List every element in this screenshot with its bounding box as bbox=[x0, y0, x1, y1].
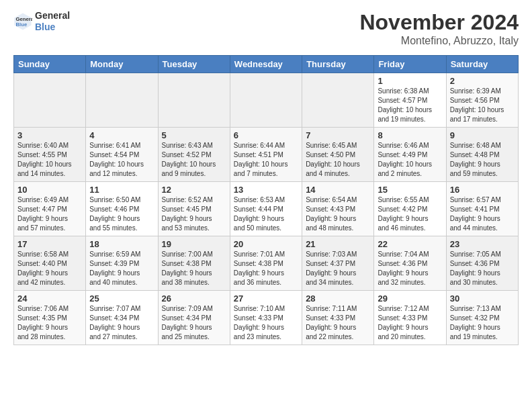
col-tuesday: Tuesday bbox=[158, 56, 230, 73]
page-header: General Blue General Blue November 2024 … bbox=[13, 10, 519, 47]
day-info: Sunrise: 7:06 AM Sunset: 4:35 PM Dayligh… bbox=[17, 304, 82, 342]
day-info: Sunrise: 6:54 AM Sunset: 4:43 PM Dayligh… bbox=[306, 195, 370, 233]
page-container: General Blue General Blue November 2024 … bbox=[0, 0, 532, 352]
title-section: November 2024 Montefino, Abruzzo, Italy bbox=[359, 10, 519, 47]
day-number: 4 bbox=[89, 130, 154, 140]
calendar-header-row: Sunday Monday Tuesday Wednesday Thursday… bbox=[14, 56, 519, 73]
day-number: 25 bbox=[89, 293, 154, 304]
day-number: 22 bbox=[378, 239, 442, 249]
logo-general: General bbox=[35, 10, 70, 21]
day-info: Sunrise: 6:45 AM Sunset: 4:50 PM Dayligh… bbox=[306, 141, 370, 179]
day-info: Sunrise: 7:01 AM Sunset: 4:38 PM Dayligh… bbox=[234, 250, 298, 287]
day-info: Sunrise: 7:04 AM Sunset: 4:36 PM Dayligh… bbox=[378, 250, 442, 287]
day-number: 18 bbox=[89, 239, 154, 249]
day-info: Sunrise: 6:58 AM Sunset: 4:40 PM Dayligh… bbox=[17, 250, 82, 287]
table-row: 9Sunrise: 6:48 AM Sunset: 4:48 PM Daylig… bbox=[446, 128, 518, 182]
table-row: 21Sunrise: 7:03 AM Sunset: 4:37 PM Dayli… bbox=[302, 236, 374, 291]
logo-blue: Blue bbox=[35, 21, 55, 32]
col-friday: Friday bbox=[374, 56, 446, 73]
day-info: Sunrise: 6:57 AM Sunset: 4:41 PM Dayligh… bbox=[450, 195, 515, 233]
table-row: 15Sunrise: 6:55 AM Sunset: 4:42 PM Dayli… bbox=[374, 182, 446, 236]
table-row: 29Sunrise: 7:12 AM Sunset: 4:33 PM Dayli… bbox=[374, 291, 446, 345]
table-row: 16Sunrise: 6:57 AM Sunset: 4:41 PM Dayli… bbox=[446, 182, 518, 236]
day-info: Sunrise: 6:43 AM Sunset: 4:52 PM Dayligh… bbox=[162, 141, 226, 179]
calendar-week-row: 3Sunrise: 6:40 AM Sunset: 4:55 PM Daylig… bbox=[14, 128, 519, 182]
day-number: 9 bbox=[450, 130, 515, 140]
table-row: 22Sunrise: 7:04 AM Sunset: 4:36 PM Dayli… bbox=[374, 236, 446, 291]
table-row: 26Sunrise: 7:09 AM Sunset: 4:34 PM Dayli… bbox=[158, 291, 230, 345]
day-info: Sunrise: 6:53 AM Sunset: 4:44 PM Dayligh… bbox=[234, 195, 298, 233]
table-row: 2Sunrise: 6:39 AM Sunset: 4:56 PM Daylig… bbox=[446, 73, 518, 128]
logo: General Blue General Blue bbox=[13, 10, 70, 33]
calendar-week-row: 1Sunrise: 6:38 AM Sunset: 4:57 PM Daylig… bbox=[14, 73, 519, 128]
day-number: 5 bbox=[162, 130, 226, 140]
svg-text:Blue: Blue bbox=[16, 21, 28, 28]
day-number: 8 bbox=[378, 130, 442, 140]
table-row bbox=[230, 73, 302, 128]
table-row: 20Sunrise: 7:01 AM Sunset: 4:38 PM Dayli… bbox=[230, 236, 302, 291]
day-number: 10 bbox=[17, 185, 82, 195]
day-info: Sunrise: 7:10 AM Sunset: 4:33 PM Dayligh… bbox=[234, 304, 298, 342]
day-number: 23 bbox=[450, 239, 515, 249]
table-row: 10Sunrise: 6:49 AM Sunset: 4:47 PM Dayli… bbox=[14, 182, 86, 236]
table-row bbox=[86, 73, 158, 128]
day-info: Sunrise: 6:50 AM Sunset: 4:46 PM Dayligh… bbox=[89, 195, 154, 233]
table-row: 23Sunrise: 7:05 AM Sunset: 4:36 PM Dayli… bbox=[446, 236, 518, 291]
table-row bbox=[302, 73, 374, 128]
table-row: 6Sunrise: 6:44 AM Sunset: 4:51 PM Daylig… bbox=[230, 128, 302, 182]
day-info: Sunrise: 7:09 AM Sunset: 4:34 PM Dayligh… bbox=[162, 304, 226, 342]
table-row: 7Sunrise: 6:45 AM Sunset: 4:50 PM Daylig… bbox=[302, 128, 374, 182]
table-row: 27Sunrise: 7:10 AM Sunset: 4:33 PM Dayli… bbox=[230, 291, 302, 345]
day-number: 29 bbox=[378, 293, 442, 304]
day-info: Sunrise: 7:13 AM Sunset: 4:32 PM Dayligh… bbox=[450, 304, 515, 342]
day-info: Sunrise: 7:11 AM Sunset: 4:33 PM Dayligh… bbox=[306, 304, 370, 342]
day-number: 20 bbox=[234, 239, 298, 249]
col-thursday: Thursday bbox=[302, 56, 374, 73]
table-row: 13Sunrise: 6:53 AM Sunset: 4:44 PM Dayli… bbox=[230, 182, 302, 236]
logo-icon: General Blue bbox=[13, 12, 32, 31]
day-number: 2 bbox=[450, 76, 515, 86]
day-number: 24 bbox=[17, 293, 82, 304]
day-number: 12 bbox=[162, 185, 226, 195]
day-info: Sunrise: 6:55 AM Sunset: 4:42 PM Dayligh… bbox=[378, 195, 442, 233]
table-row: 19Sunrise: 7:00 AM Sunset: 4:38 PM Dayli… bbox=[158, 236, 230, 291]
location-subtitle: Montefino, Abruzzo, Italy bbox=[359, 35, 519, 47]
day-number: 28 bbox=[306, 293, 370, 304]
day-info: Sunrise: 6:38 AM Sunset: 4:57 PM Dayligh… bbox=[378, 87, 442, 124]
day-info: Sunrise: 7:03 AM Sunset: 4:37 PM Dayligh… bbox=[306, 250, 370, 287]
day-info: Sunrise: 6:52 AM Sunset: 4:45 PM Dayligh… bbox=[162, 195, 226, 233]
table-row: 11Sunrise: 6:50 AM Sunset: 4:46 PM Dayli… bbox=[86, 182, 158, 236]
calendar-table: Sunday Monday Tuesday Wednesday Thursday… bbox=[13, 55, 519, 345]
table-row: 24Sunrise: 7:06 AM Sunset: 4:35 PM Dayli… bbox=[14, 291, 86, 345]
day-info: Sunrise: 6:49 AM Sunset: 4:47 PM Dayligh… bbox=[17, 195, 82, 233]
day-info: Sunrise: 7:05 AM Sunset: 4:36 PM Dayligh… bbox=[450, 250, 515, 287]
calendar-week-row: 24Sunrise: 7:06 AM Sunset: 4:35 PM Dayli… bbox=[14, 291, 519, 345]
table-row: 8Sunrise: 6:46 AM Sunset: 4:49 PM Daylig… bbox=[374, 128, 446, 182]
day-info: Sunrise: 6:46 AM Sunset: 4:49 PM Dayligh… bbox=[378, 141, 442, 179]
day-number: 27 bbox=[234, 293, 298, 304]
day-number: 7 bbox=[306, 130, 370, 140]
day-number: 11 bbox=[89, 185, 154, 195]
day-number: 13 bbox=[234, 185, 298, 195]
svg-text:General: General bbox=[16, 15, 33, 21]
day-info: Sunrise: 7:07 AM Sunset: 4:34 PM Dayligh… bbox=[89, 304, 154, 342]
table-row: 18Sunrise: 6:59 AM Sunset: 4:39 PM Dayli… bbox=[86, 236, 158, 291]
col-wednesday: Wednesday bbox=[230, 56, 302, 73]
day-number: 14 bbox=[306, 185, 370, 195]
day-info: Sunrise: 6:48 AM Sunset: 4:48 PM Dayligh… bbox=[450, 141, 515, 179]
table-row: 17Sunrise: 6:58 AM Sunset: 4:40 PM Dayli… bbox=[14, 236, 86, 291]
col-sunday: Sunday bbox=[14, 56, 86, 73]
col-monday: Monday bbox=[86, 56, 158, 73]
day-info: Sunrise: 6:44 AM Sunset: 4:51 PM Dayligh… bbox=[234, 141, 298, 179]
day-number: 6 bbox=[234, 130, 298, 140]
table-row: 1Sunrise: 6:38 AM Sunset: 4:57 PM Daylig… bbox=[374, 73, 446, 128]
day-info: Sunrise: 7:00 AM Sunset: 4:38 PM Dayligh… bbox=[162, 250, 226, 287]
day-info: Sunrise: 6:59 AM Sunset: 4:39 PM Dayligh… bbox=[89, 250, 154, 287]
col-saturday: Saturday bbox=[446, 56, 518, 73]
table-row: 4Sunrise: 6:41 AM Sunset: 4:54 PM Daylig… bbox=[86, 128, 158, 182]
table-row: 30Sunrise: 7:13 AM Sunset: 4:32 PM Dayli… bbox=[446, 291, 518, 345]
day-number: 16 bbox=[450, 185, 515, 195]
day-info: Sunrise: 6:40 AM Sunset: 4:55 PM Dayligh… bbox=[17, 141, 82, 179]
day-number: 17 bbox=[17, 239, 82, 249]
table-row: 5Sunrise: 6:43 AM Sunset: 4:52 PM Daylig… bbox=[158, 128, 230, 182]
